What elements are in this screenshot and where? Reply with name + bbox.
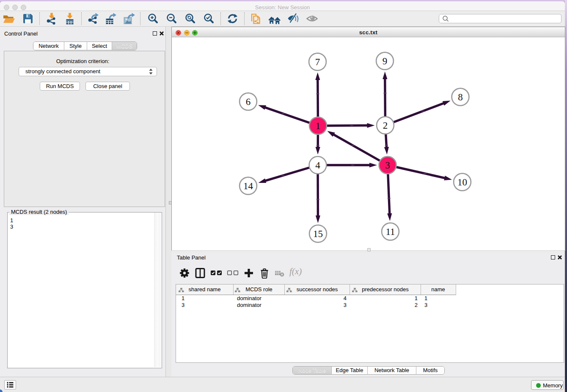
svg-text:3: 3: [385, 160, 390, 171]
svg-text:4: 4: [315, 160, 320, 171]
svg-text:8: 8: [458, 92, 463, 102]
svg-text:15: 15: [313, 229, 323, 239]
svg-text:14: 14: [243, 181, 253, 191]
svg-text:1: 1: [316, 121, 321, 131]
svg-text:10: 10: [457, 177, 467, 188]
svg-text:9: 9: [383, 56, 388, 66]
svg-text:6: 6: [246, 97, 251, 107]
svg-text:7: 7: [315, 57, 320, 67]
svg-text:11: 11: [385, 226, 395, 237]
svg-text:2: 2: [383, 120, 388, 131]
